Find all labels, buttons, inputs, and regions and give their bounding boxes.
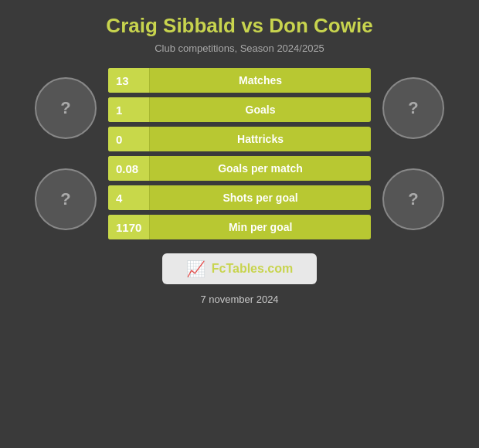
right-avatar-bottom: ? [382,168,444,230]
stats-section: ? ? 13Matches1Goals0Hattricks0.08Goals p… [15,68,464,239]
stat-value: 4 [108,185,150,210]
left-avatar-bottom-icon: ? [60,189,70,209]
stat-value: 1 [108,97,150,122]
right-avatar-top: ? [382,77,444,139]
left-avatar-top-icon: ? [60,98,70,118]
right-avatar-bottom-icon: ? [408,189,418,209]
stat-row: 13Matches [108,68,371,93]
logo-tables: Tables.com [226,262,293,275]
right-avatar-top-icon: ? [408,98,418,118]
stat-label: Matches [150,74,371,87]
stats-col: 13Matches1Goals0Hattricks0.08Goals per m… [108,68,371,239]
stat-label: Min per goal [150,221,371,233]
stat-row: 0.08Goals per match [108,156,371,181]
left-avatar-bottom: ? [35,168,97,230]
stat-value: 1170 [108,215,150,239]
left-avatar-top: ? [35,77,97,139]
comparison-card: Craig Sibbald vs Don Cowie Club competit… [0,0,479,448]
left-avatar-col: ? ? [23,77,108,230]
logo-fc: Fc [212,262,226,275]
logo-section: 📈 FcTables.com 7 november 2024 [162,253,317,305]
subtitle: Club competitions, Season 2024/2025 [155,42,324,54]
page-title: Craig Sibbald vs Don Cowie [106,14,372,38]
stat-row: 1170Min per goal [108,215,371,239]
stat-row: 4Shots per goal [108,185,371,210]
right-avatar-col: ? ? [371,77,456,230]
date-text: 7 november 2024 [200,294,278,305]
stat-label: Hattricks [150,133,371,145]
stat-label: Shots per goal [150,192,371,204]
stat-label: Goals per match [150,162,371,175]
stat-row: 0Hattricks [108,127,371,151]
logo-box: 📈 FcTables.com [162,253,317,284]
stat-value: 0 [108,127,150,151]
stat-row: 1Goals [108,97,371,122]
stat-label: Goals [150,104,371,116]
stat-value: 0.08 [108,156,150,181]
chart-icon: 📈 [186,260,206,278]
stat-value: 13 [108,68,150,93]
logo-text: FcTables.com [212,262,294,276]
